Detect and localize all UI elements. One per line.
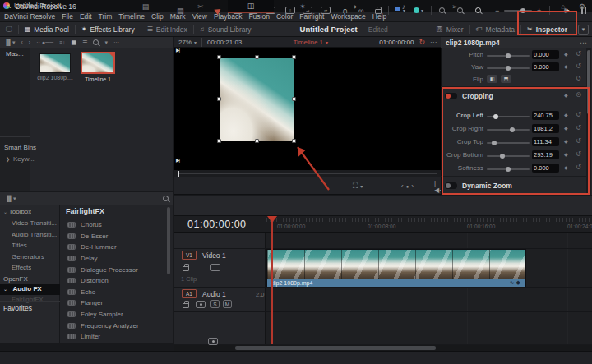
transform-handle[interactable]	[217, 55, 221, 59]
plugin-foley-sampler[interactable]: Foley Sampler	[67, 311, 164, 318]
zoom-full-extent-icon[interactable]	[439, 0, 445, 21]
favorites-header[interactable]: Favorites	[3, 304, 32, 312]
menu-trim[interactable]: Trim	[99, 12, 113, 21]
transform-handle[interactable]	[292, 55, 296, 59]
inspector-button[interactable]: ✂Inspector	[521, 22, 573, 37]
timeline-selector[interactable]: Timeline 1	[293, 39, 323, 46]
keyframe-icon[interactable]: ◆	[564, 51, 568, 57]
video-track-autoselect-icon[interactable]	[196, 301, 206, 308]
cropping-enable-toggle[interactable]	[445, 93, 457, 99]
search-dropdown-icon[interactable]: ▾	[104, 39, 108, 46]
crop-left-value[interactable]: 240.75	[532, 111, 559, 120]
video-track-name[interactable]: Video 1	[202, 251, 226, 260]
timeline-video-clip[interactable]: clip2 1080p.mp4 ∿◆	[266, 249, 526, 287]
timeline-view-options-icon[interactable]: ▤	[177, 0, 184, 21]
zoom-out-icon[interactable]: −	[495, 0, 499, 21]
viewer-zoom-select[interactable]: 27%	[178, 39, 192, 46]
video-track-lock-icon[interactable]	[183, 264, 189, 273]
crop-top-value[interactable]: 111.34	[532, 137, 559, 146]
media-search-icon[interactable]	[93, 39, 99, 45]
transform-handle[interactable]	[255, 139, 259, 143]
playhead-head[interactable]	[267, 216, 277, 223]
tree-effects[interactable]: Effects	[12, 264, 31, 271]
timeline-scrollbar[interactable]	[235, 346, 436, 350]
plugin-distortion[interactable]: Distortion	[67, 277, 164, 284]
viewer-image-cropped[interactable]	[220, 58, 294, 141]
dynamic-zoom-enable-toggle[interactable]	[445, 182, 457, 189]
plugin-echo[interactable]: Echo	[67, 288, 164, 296]
crop-right-slider[interactable]	[487, 129, 530, 131]
yaw-value[interactable]: 0.000	[532, 62, 559, 71]
tree-audio-transitions[interactable]: Audio Transiti...	[12, 231, 57, 238]
reset-icon[interactable]: ↺	[576, 163, 581, 171]
tree-openfx[interactable]: OpenFX	[3, 275, 28, 283]
reset-icon[interactable]: ↺	[576, 110, 581, 118]
tree-fairlightfx[interactable]: FairlightFX	[12, 296, 44, 303]
crop-bottom-value[interactable]: 293.19	[532, 150, 559, 159]
plugin-flanger[interactable]: Flanger	[67, 299, 164, 306]
transform-handle[interactable]	[292, 139, 296, 143]
plugin-limiter[interactable]: Limiter	[67, 333, 164, 340]
keyframe-icon[interactable]: ◆	[564, 112, 568, 117]
zoom-in-icon[interactable]: +	[537, 0, 541, 21]
transform-handle[interactable]	[217, 97, 221, 101]
keyframe-icon[interactable]: ◆	[564, 63, 568, 69]
flip-horizontal-button[interactable]: ◧	[487, 75, 497, 83]
timeline-thumbnail-selected[interactable]	[81, 52, 115, 74]
clip-curve-icon[interactable]: ∿	[510, 279, 516, 285]
page-fusion-icon[interactable]: ✶	[294, 0, 311, 13]
audio-track-autoselect-icon[interactable]	[208, 338, 218, 345]
viewer-options-icon[interactable]: ⋯	[430, 39, 437, 46]
inspector-scrollbar[interactable]	[587, 50, 590, 114]
jog-control[interactable]: ‹●›	[401, 177, 414, 195]
tree-titles[interactable]: Titles	[12, 242, 27, 249]
forward-icon[interactable]: ›	[29, 39, 30, 45]
bin-master[interactable]: Mas...	[6, 50, 24, 58]
pitch-value[interactable]: 0.000	[532, 50, 559, 59]
back-icon[interactable]: ‹	[21, 39, 22, 45]
plugin-de-hummer[interactable]: De-Hummer	[67, 243, 164, 251]
page-media-icon[interactable]: ▤	[137, 0, 154, 13]
crop-right-value[interactable]: 1081.2	[532, 124, 559, 133]
media-pool-button[interactable]: ▦Media Pool	[19, 22, 75, 37]
panel-toggle-icon[interactable]: ▐▌▾	[5, 196, 16, 202]
audio-track-destination-button[interactable]: A1	[182, 289, 197, 298]
flip-vertical-button[interactable]: ⬒	[501, 75, 511, 83]
plugin-chorus[interactable]: Chorus	[67, 221, 164, 228]
softness-value[interactable]: 0.000	[532, 164, 559, 173]
tree-audio-fx-selected[interactable]: ⌄ Audio FX	[0, 284, 60, 295]
mixer-button[interactable]: 㘣Mixer	[431, 22, 469, 37]
reset-icon[interactable]: ↺	[576, 123, 581, 131]
edit-index-button[interactable]: ☰Edit Index	[141, 22, 193, 37]
keyframe-icon[interactable]: ◆	[564, 151, 568, 157]
keyframe-icon[interactable]: ◆	[564, 92, 568, 98]
reset-icon[interactable]: ↺	[576, 136, 581, 145]
tree-video-transitions[interactable]: Video Transiti...	[12, 219, 57, 227]
transform-handle[interactable]	[292, 97, 296, 101]
effects-search-icon[interactable]	[163, 196, 169, 201]
inspector-options-icon[interactable]: ⋯	[580, 39, 587, 47]
audio-track-name[interactable]: Audio 1	[202, 290, 226, 298]
page-deliver-icon[interactable]: ➢	[446, 0, 463, 13]
crop-bottom-slider[interactable]	[487, 155, 530, 157]
menu-clip[interactable]: Clip	[151, 12, 164, 21]
position-lock-icon[interactable]	[375, 0, 382, 21]
home-icon[interactable]: ⌂	[555, 0, 571, 13]
viewer-seek-bar[interactable]	[174, 170, 441, 177]
yaw-slider[interactable]	[487, 67, 530, 69]
reset-icon[interactable]: ↺	[576, 49, 581, 58]
transform-handle[interactable]	[255, 55, 259, 59]
playhead-line[interactable]	[271, 216, 273, 344]
metadata-button[interactable]: 🏷Metadata	[470, 22, 520, 37]
settings-gear-icon[interactable]: ⚙	[574, 0, 590, 13]
clean-feed-button[interactable]: 🖵	[0, 22, 18, 37]
viewer-canvas[interactable]	[174, 48, 441, 170]
timeline-zoom-slider[interactable]	[504, 0, 532, 21]
media-clip-thumbnail[interactable]	[39, 53, 71, 73]
menu-file[interactable]: File	[62, 12, 73, 21]
bin-view-toggle-icon[interactable]: ▐▌▾	[4, 39, 15, 46]
marker-button[interactable]: ▾	[414, 0, 423, 21]
page-edit-active[interactable]: ◫	[228, 0, 274, 13]
sound-library-button[interactable]: ♫Sound Library	[194, 22, 257, 37]
crop-left-slider[interactable]	[487, 116, 530, 117]
